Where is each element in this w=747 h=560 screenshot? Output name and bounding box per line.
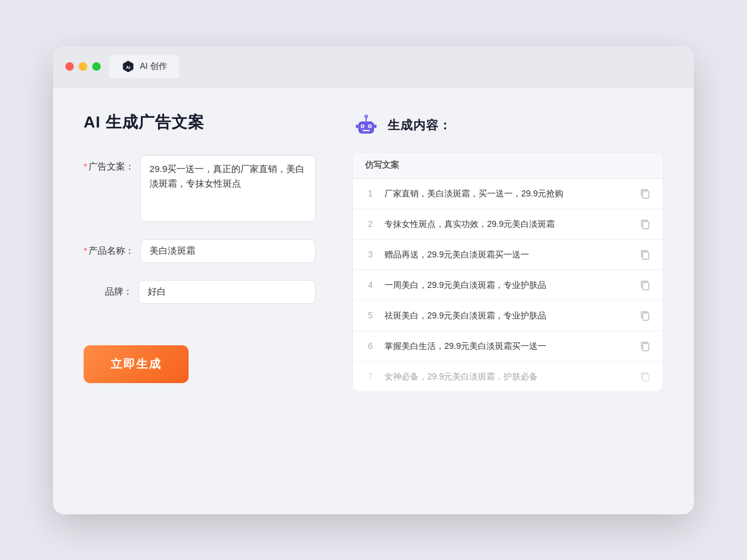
maximize-button[interactable]	[92, 62, 101, 71]
generate-button[interactable]: 立即生成	[84, 345, 189, 383]
row-number: 6	[365, 341, 376, 351]
copy-icon[interactable]	[640, 279, 651, 290]
tab-label: AI 创作	[140, 61, 167, 72]
svg-rect-12	[374, 124, 377, 128]
svg-rect-15	[643, 252, 649, 259]
svg-rect-7	[363, 130, 370, 131]
result-row: 1 厂家直销，美白淡斑霜，买一送一，29.9元抢购	[353, 179, 663, 209]
svg-rect-17	[643, 313, 649, 320]
result-row: 5 祛斑美白，29.9元美白淡斑霜，专业护肤品	[353, 301, 663, 331]
svg-rect-19	[643, 374, 649, 381]
row-text: 女神必备，29.9元美白淡斑霜，护肤必备	[384, 370, 631, 383]
svg-point-5	[362, 125, 364, 127]
brand-group: 品牌：	[84, 280, 316, 304]
svg-rect-14	[643, 221, 649, 229]
svg-rect-2	[358, 121, 374, 134]
product-name-input[interactable]	[140, 239, 316, 263]
right-panel: 生成内容： 仿写文案 1 厂家直销，美白淡斑霜，买一送一，29.9元抢购 2 专…	[352, 112, 663, 490]
result-row: 4 一周美白，29.9元美白淡斑霜，专业护肤品	[353, 270, 663, 301]
svg-rect-13	[643, 191, 649, 198]
result-row: 3 赠品再送，29.9元美白淡斑霜买一送一	[353, 240, 663, 270]
result-rows-container: 1 厂家直销，美白淡斑霜，买一送一，29.9元抢购 2 专抹女性斑点，真实功效，…	[353, 179, 663, 392]
brand-label: 品牌：	[84, 280, 132, 298]
minimize-button[interactable]	[79, 62, 87, 71]
table-header: 仿写文案	[353, 153, 663, 179]
close-button[interactable]	[65, 62, 74, 71]
ad-copy-group: *广告文案： 29.9买一送一，真正的厂家直销，美白淡斑霜，专抹女性斑点	[84, 155, 316, 222]
copy-icon[interactable]	[640, 188, 651, 199]
row-number: 3	[365, 249, 376, 259]
traffic-lights	[65, 62, 101, 71]
brand-input[interactable]	[139, 280, 316, 304]
copy-icon[interactable]	[640, 371, 651, 382]
svg-point-10	[365, 115, 367, 118]
ad-copy-input[interactable]: 29.9买一送一，真正的厂家直销，美白淡斑霜，专抹女性斑点	[140, 155, 316, 222]
product-name-label: *产品名称：	[84, 239, 134, 257]
row-number: 7	[365, 372, 376, 381]
result-header: 生成内容：	[352, 112, 663, 140]
ai-tab-icon: AI	[121, 60, 135, 73]
row-number: 5	[365, 311, 376, 320]
copy-icon[interactable]	[640, 218, 651, 229]
row-text: 专抹女性斑点，真实功效，29.9元美白淡斑霜	[384, 218, 631, 231]
result-table: 仿写文案 1 厂家直销，美白淡斑霜，买一送一，29.9元抢购 2 专抹女性斑点，…	[352, 152, 663, 392]
ad-copy-label: *广告文案：	[84, 155, 134, 173]
svg-rect-18	[643, 343, 649, 351]
svg-rect-16	[643, 282, 649, 290]
row-number: 1	[365, 188, 376, 198]
svg-text:AI: AI	[126, 64, 130, 70]
row-text: 祛斑美白，29.9元美白淡斑霜，专业护肤品	[384, 309, 631, 322]
result-row: 6 掌握美白生活，29.9元美白淡斑霜买一送一	[353, 331, 663, 362]
left-panel: AI 生成广告文案 *广告文案： 29.9买一送一，真正的厂家直销，美白淡斑霜，…	[84, 112, 316, 490]
copy-icon[interactable]	[640, 340, 651, 351]
svg-rect-11	[356, 124, 358, 128]
row-number: 4	[365, 280, 376, 290]
result-row: 7 女神必备，29.9元美白淡斑霜，护肤必备	[353, 362, 663, 392]
copy-icon[interactable]	[640, 249, 651, 260]
row-text: 赠品再送，29.9元美白淡斑霜买一送一	[384, 248, 631, 261]
svg-point-6	[369, 125, 371, 127]
browser-content: AI 生成广告文案 *广告文案： 29.9买一送一，真正的厂家直销，美白淡斑霜，…	[53, 87, 694, 514]
robot-icon	[352, 112, 380, 140]
ai-tab[interactable]: AI AI 创作	[109, 55, 179, 78]
row-text: 厂家直销，美白淡斑霜，买一送一，29.9元抢购	[384, 187, 631, 200]
browser-titlebar: AI AI 创作	[53, 46, 694, 87]
required-mark-2: *	[84, 245, 87, 256]
required-mark: *	[84, 161, 87, 171]
page-title: AI 生成广告文案	[84, 112, 316, 133]
browser-window: AI AI 创作 AI 生成广告文案 *广告文案： 29.9买一送一，真正的厂家…	[53, 46, 694, 514]
row-text: 一周美白，29.9元美白淡斑霜，专业护肤品	[384, 279, 631, 292]
copy-icon[interactable]	[640, 310, 651, 321]
product-name-group: *产品名称：	[84, 239, 316, 263]
result-title: 生成内容：	[388, 117, 452, 134]
row-text: 掌握美白生活，29.9元美白淡斑霜买一送一	[384, 340, 631, 353]
result-row: 2 专抹女性斑点，真实功效，29.9元美白淡斑霜	[353, 209, 663, 240]
row-number: 2	[365, 219, 376, 229]
